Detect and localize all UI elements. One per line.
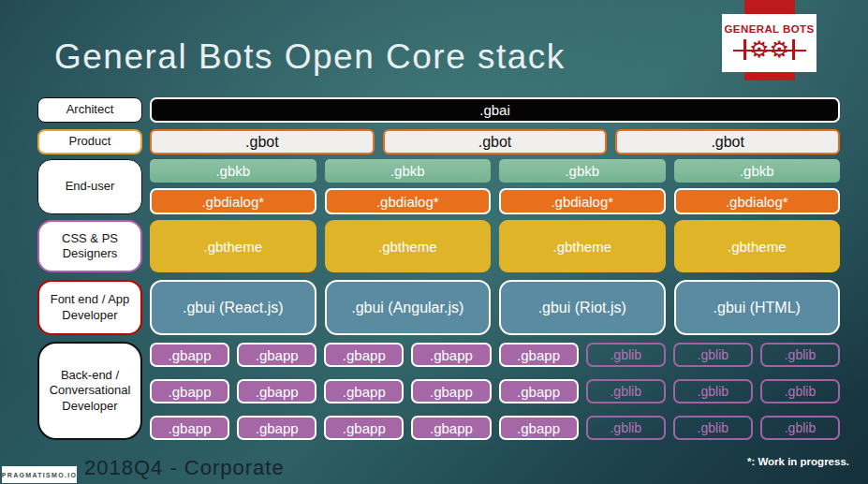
gbapp-box: .gbapp xyxy=(237,416,316,440)
work-in-progress-note: *: Work in progress. xyxy=(747,456,849,467)
gbtheme-box: .gbtheme xyxy=(674,220,841,272)
gblib-box: .gblib xyxy=(586,379,666,403)
row-gbui: .gbui (React.js) .gbui (Angular.js) .gbu… xyxy=(150,280,840,335)
gblib-box: .gblib xyxy=(586,416,666,440)
row-gbkb: .gbkb .gbkb .gbkb .gbkb xyxy=(150,159,840,183)
pragmatismo-badge: PRAGMATISMO.IO xyxy=(2,466,77,483)
gbapp-box: .gbapp xyxy=(237,343,316,367)
row-gbdialog: .gbdialog* .gbdialog* .gbdialog* .gbdial… xyxy=(150,188,840,214)
gbapp-box: .gbapp xyxy=(324,379,404,403)
gears-left-bar xyxy=(743,39,746,60)
label-end-user: End-user xyxy=(37,159,142,214)
label-frontend-app-developer: Font end / App Developer xyxy=(37,280,142,335)
gbot-box: .gbot xyxy=(150,129,375,154)
gbapp-box: .gbapp xyxy=(324,416,404,440)
gear-icon: ⚙ xyxy=(749,38,770,61)
gbdialog-box: .gbdialog* xyxy=(150,188,316,214)
logo-brand-text: GENERAL BOTS xyxy=(725,23,815,35)
gbdialog-box: .gbdialog* xyxy=(499,188,666,214)
gblib-box: .gblib xyxy=(760,416,840,440)
gbkb-box: .gbkb xyxy=(325,159,492,183)
row-backend-1: .gbapp .gbapp .gbapp .gbapp .gbapp .gbli… xyxy=(150,343,840,367)
gbapp-box: .gbapp xyxy=(324,343,404,367)
gbai-box: .gbai xyxy=(150,97,840,123)
gblib-box: .gblib xyxy=(586,343,666,367)
gblib-box: .gblib xyxy=(673,416,753,440)
gbui-box: .gbui (React.js) xyxy=(150,280,316,335)
gbdialog-box: .gbdialog* xyxy=(325,188,492,214)
page-title: General Bots Open Core stack xyxy=(54,37,710,77)
gbdialog-box: .gbdialog* xyxy=(674,188,841,214)
gbapp-box: .gbapp xyxy=(150,416,229,440)
label-css-ps-designers: CSS & PS Designers xyxy=(37,220,142,272)
label-architect: Architect xyxy=(37,97,142,123)
gbui-box: .gbui (HTML) xyxy=(674,280,841,335)
row-gbtheme: .gbtheme .gbtheme .gbtheme .gbtheme xyxy=(150,220,840,272)
gbot-box: .gbot xyxy=(383,129,608,154)
gbtheme-box: .gbtheme xyxy=(150,220,316,272)
row-backend-3: .gbapp .gbapp .gbapp .gbapp .gbapp .gbli… xyxy=(150,416,840,440)
gbtheme-box: .gbtheme xyxy=(499,220,666,272)
gbkb-box: .gbkb xyxy=(150,159,316,183)
gbot-box: .gbot xyxy=(615,129,840,154)
gears-right-bar xyxy=(792,39,795,60)
gbapp-box: .gbapp xyxy=(411,379,491,403)
slide: General Bots Open Core stack GENERAL BOT… xyxy=(0,0,868,484)
gbapp-box: .gbapp xyxy=(499,343,579,367)
gblib-box: .gblib xyxy=(760,379,840,403)
gbapp-box: .gbapp xyxy=(499,416,579,440)
gblib-box: .gblib xyxy=(673,343,753,367)
gbapp-box: .gbapp xyxy=(411,416,491,440)
gbapp-box: .gbapp xyxy=(150,343,229,367)
gbui-box: .gbui (Riot.js) xyxy=(499,280,666,335)
row-architect: .gbai xyxy=(150,97,840,123)
label-backend-conversational-developer: Back-end / Conversational Developer xyxy=(37,342,142,440)
gbapp-box: .gbapp xyxy=(411,343,491,367)
gears-icon: ⚙ ⚙ xyxy=(729,36,810,64)
gbapp-box: .gbapp xyxy=(499,379,579,403)
gbui-box: .gbui (Angular.js) xyxy=(325,280,492,335)
gbapp-box: .gbapp xyxy=(237,379,316,403)
gear-icon: ⚙ xyxy=(770,38,790,61)
gbtheme-box: .gbtheme xyxy=(325,220,492,272)
gblib-box: .gblib xyxy=(673,379,753,403)
gbkb-box: .gbkb xyxy=(674,159,841,183)
gbkb-box: .gbkb xyxy=(499,159,666,183)
row-backend-2: .gbapp .gbapp .gbapp .gbapp .gbapp .gbli… xyxy=(150,379,840,403)
gbapp-box: .gbapp xyxy=(150,379,229,403)
row-product: .gbot .gbot .gbot xyxy=(150,129,840,154)
label-product: Product xyxy=(37,129,142,154)
general-bots-logo: GENERAL BOTS ⚙ ⚙ xyxy=(722,14,817,72)
version-text: 2018Q4 - Corporate xyxy=(84,456,285,480)
gblib-box: .gblib xyxy=(760,343,840,367)
